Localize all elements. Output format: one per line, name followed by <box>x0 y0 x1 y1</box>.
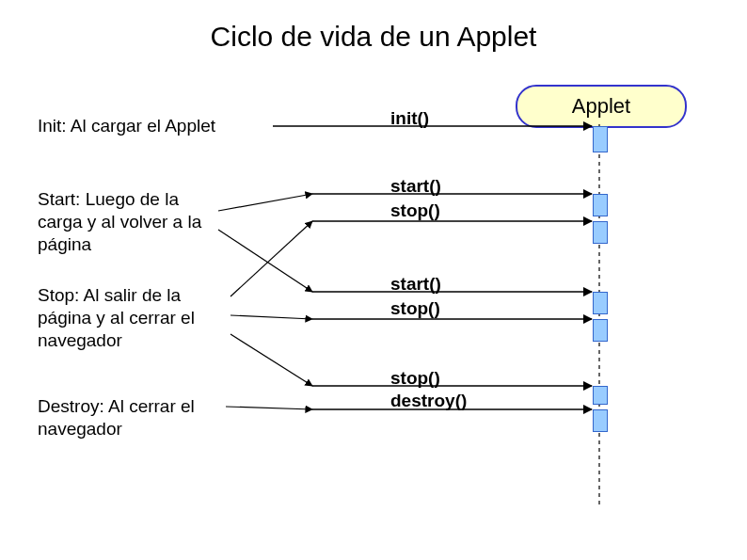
svg-line-12 <box>230 334 312 386</box>
activation-destroy <box>593 409 608 432</box>
desc-stop: Stop: Al salir de la página y al cerrar … <box>38 284 235 351</box>
desc-init: Init: Al cargar el Applet <box>38 115 273 137</box>
msg-stop1: stop() <box>390 200 440 222</box>
activation-stop1 <box>593 221 608 244</box>
applet-object-label: Applet <box>572 94 630 119</box>
slide-title: Ciclo de vida de un Applet <box>0 21 747 53</box>
activation-start2 <box>593 292 608 314</box>
activation-stop2 <box>593 319 608 342</box>
msg-destroy: destroy() <box>390 390 467 412</box>
svg-line-8 <box>218 194 312 211</box>
msg-start1: start() <box>390 175 441 198</box>
desc-destroy: Destroy: Al cerrar el navegador <box>38 395 235 440</box>
svg-line-10 <box>230 221 312 296</box>
msg-start2: start() <box>390 273 441 296</box>
svg-line-9 <box>218 230 312 292</box>
applet-object-box: Applet <box>516 85 687 128</box>
desc-start: Start: Luego de la carga y al volver a l… <box>38 188 226 255</box>
msg-stop2: stop() <box>390 297 440 320</box>
svg-line-13 <box>226 407 312 409</box>
activation-init <box>593 126 608 152</box>
msg-init: init() <box>390 107 429 130</box>
activation-start1 <box>593 194 608 216</box>
svg-line-11 <box>230 315 312 319</box>
msg-stop3: stop() <box>390 367 440 390</box>
activation-stop3 <box>593 386 608 405</box>
